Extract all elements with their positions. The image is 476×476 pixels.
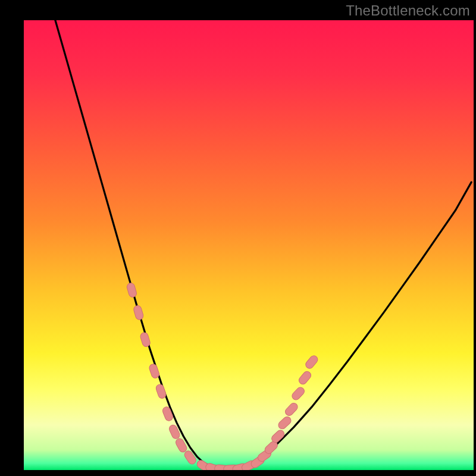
chart-frame: TheBottleneck.com (0, 0, 476, 476)
gradient-background (24, 20, 474, 470)
watermark-label: TheBottleneck.com (346, 2, 470, 19)
chart-svg (24, 20, 474, 470)
plot-area (24, 20, 474, 470)
